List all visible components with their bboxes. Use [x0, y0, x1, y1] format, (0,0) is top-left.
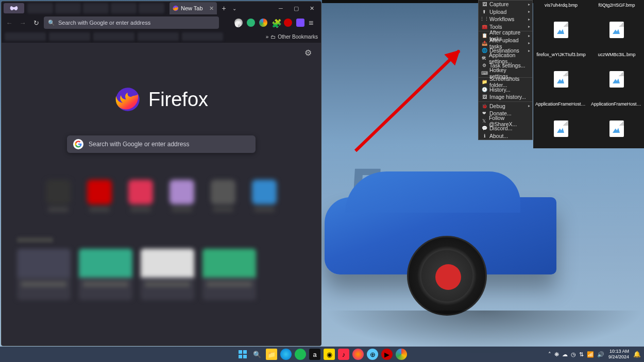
menu-item[interactable]: 💬Discord...	[479, 125, 532, 132]
content-card[interactable]	[141, 249, 194, 300]
app-menu-button[interactable]: ≡	[309, 19, 317, 27]
thumbnail-cell[interactable]: vis7uh4rdq.bmp	[533, 0, 589, 49]
maximize-button[interactable]: ▢	[290, 5, 302, 12]
spotify-icon[interactable]	[295, 349, 306, 360]
tray-app-icon[interactable]: ◷	[571, 351, 576, 358]
menu-item-label: Debug	[489, 103, 505, 109]
taskbar-clock[interactable]: 10:13 AM 9/24/2024	[608, 349, 629, 360]
tray-chevron-icon[interactable]: ˄	[548, 351, 551, 358]
tab-close-icon[interactable]: ✕	[209, 5, 214, 12]
edge-icon[interactable]	[280, 349, 292, 360]
menu-item[interactable]: 🕘History...	[479, 86, 532, 94]
start-button[interactable]	[237, 349, 248, 360]
recommended-cards	[17, 249, 306, 300]
bookmark-item-blurred[interactable]	[49, 32, 90, 41]
menu-item[interactable]: 🐞Debug	[479, 102, 532, 110]
back-button[interactable]: ←	[4, 17, 15, 28]
tab-blurred[interactable]	[27, 3, 53, 13]
menu-item-icon: 🌐	[482, 48, 487, 53]
top-site-tile[interactable]	[209, 180, 238, 217]
menu-item[interactable]: 📤After upload tasks	[479, 40, 532, 47]
app-icon[interactable]: a	[309, 349, 320, 360]
show-more-bookmarks-icon[interactable]: »	[266, 34, 269, 40]
thumbnail-filename: f0Qtg2HSGF.bmp	[598, 2, 635, 10]
search-icon: 🔍	[48, 20, 55, 26]
thumbnail-image-icon	[609, 120, 624, 137]
extension-icon[interactable]: ◐	[234, 19, 243, 27]
tray-app-icon[interactable]: ❋	[554, 351, 559, 358]
menu-item[interactable]: ⋮⋮Workflows	[479, 15, 532, 23]
bookmark-item-blurred[interactable]	[5, 32, 46, 41]
other-bookmarks-button[interactable]: Other Bookmarks	[278, 34, 318, 40]
file-explorer-icon[interactable]: 📁	[266, 349, 277, 360]
thumbnail-cell[interactable]: firefox_wYIJKTIuf3.bmp	[533, 49, 589, 99]
extension-icon[interactable]	[247, 19, 255, 27]
menu-separator	[479, 101, 532, 102]
thumbnail-cell[interactable]: uczWMBc3IL.bmp	[589, 49, 644, 99]
app-icon[interactable]: ⊕	[367, 349, 378, 360]
menu-item[interactable]: 🖼Capture	[479, 1, 532, 8]
volume-icon[interactable]: 🔊	[597, 351, 604, 358]
active-tab[interactable]: New Tab ✕	[170, 2, 217, 14]
menu-item-icon: 🛠	[482, 56, 486, 61]
reload-button[interactable]: ↻	[30, 17, 42, 28]
onedrive-icon[interactable]: ☁	[562, 351, 568, 358]
private-badge-icon[interactable]	[296, 19, 304, 27]
content-card[interactable]	[202, 249, 256, 300]
menu-item[interactable]: ℹAbout...	[479, 132, 532, 140]
thumbnail-cell[interactable]: ApplicationFrameHost_Kd...	[589, 99, 644, 148]
close-button[interactable]: ✕	[306, 5, 318, 12]
firefox-logo-text: Firefox	[148, 89, 208, 111]
menu-item[interactable]: 🛠Application settings...	[479, 55, 532, 62]
sharex-context-menu[interactable]: 🖼Capture⬆Upload⋮⋮Workflows🧰Tools📋After c…	[478, 0, 533, 140]
menu-item[interactable]: 𝕏Follow @ShareX...	[479, 117, 532, 125]
thumbnail-image-icon	[609, 71, 624, 88]
firefox-icon[interactable]	[352, 349, 364, 360]
top-site-tile[interactable]	[44, 180, 73, 217]
menu-item[interactable]: 📁Screenshots folder...	[479, 78, 532, 86]
chrome-icon[interactable]	[396, 349, 407, 360]
music-icon[interactable]: ♪	[338, 349, 349, 360]
app-icon[interactable]: ◉	[324, 349, 335, 360]
bookmark-item-blurred[interactable]	[182, 32, 223, 41]
extension-icon[interactable]	[259, 19, 267, 27]
firefox-titlebar[interactable]: New Tab ✕ + ⌄ ─ ▢ ✕	[2, 2, 321, 15]
new-tab-button[interactable]: +	[222, 4, 226, 12]
extension-icon[interactable]	[284, 19, 292, 27]
folder-icon: 🗀	[270, 34, 276, 40]
forward-button[interactable]: →	[17, 17, 28, 28]
bookmark-item-blurred[interactable]	[93, 32, 134, 41]
menu-item-icon: 🧰	[482, 24, 487, 29]
top-site-tile[interactable]	[126, 180, 155, 217]
thumbnail-cell[interactable]: f0Qtg2HSGF.bmp	[589, 0, 644, 49]
top-site-tile[interactable]	[167, 180, 196, 217]
new-tab-search[interactable]: Search with Google or enter address	[67, 135, 256, 153]
minimize-button[interactable]: ─	[275, 5, 287, 12]
content-card[interactable]	[79, 249, 132, 300]
url-bar[interactable]: 🔍 Search with Google or enter address	[44, 16, 219, 29]
private-browsing-icon[interactable]	[4, 3, 24, 13]
top-site-tile[interactable]	[85, 180, 114, 217]
menu-item-label: Workflows	[489, 16, 514, 22]
menu-item-icon: 📁	[482, 79, 487, 84]
tab-blurred[interactable]	[111, 3, 137, 13]
system-tray[interactable]: ˄ ❋ ☁ ◷ ⇅ 📶 🔊 10:13 AM 9/24/2024 🔔	[548, 349, 644, 360]
tab-blurred[interactable]	[55, 3, 81, 13]
tray-app-icon[interactable]: ⇅	[579, 351, 584, 358]
tab-blurred[interactable]	[83, 3, 109, 13]
search-button[interactable]: 🔍	[251, 349, 263, 360]
extensions-button[interactable]: 🧩	[272, 19, 280, 27]
wifi-icon[interactable]: 📶	[587, 351, 594, 358]
bookmark-item-blurred[interactable]	[138, 32, 179, 41]
tab-blurred[interactable]	[139, 3, 164, 13]
app-icon[interactable]: ▶	[381, 349, 393, 360]
tabs-dropdown-icon[interactable]: ⌄	[232, 6, 236, 11]
taskbar[interactable]: 🔍 📁 a ◉ ♪ ⊕ ▶ ˄ ❋ ☁ ◷ ⇅ 📶 🔊 10:13 AM 9/2…	[0, 347, 644, 362]
top-site-tile[interactable]	[250, 180, 279, 217]
thumbnail-cell[interactable]: ApplicationFrameHost_Gc...	[533, 99, 589, 148]
notifications-icon[interactable]: 🔔	[633, 351, 641, 358]
menu-item[interactable]: ⬆Upload	[479, 8, 532, 16]
content-card[interactable]	[17, 249, 71, 300]
gear-icon[interactable]: ⚙	[304, 48, 312, 58]
menu-item[interactable]: 🖼Image history...	[479, 93, 532, 101]
